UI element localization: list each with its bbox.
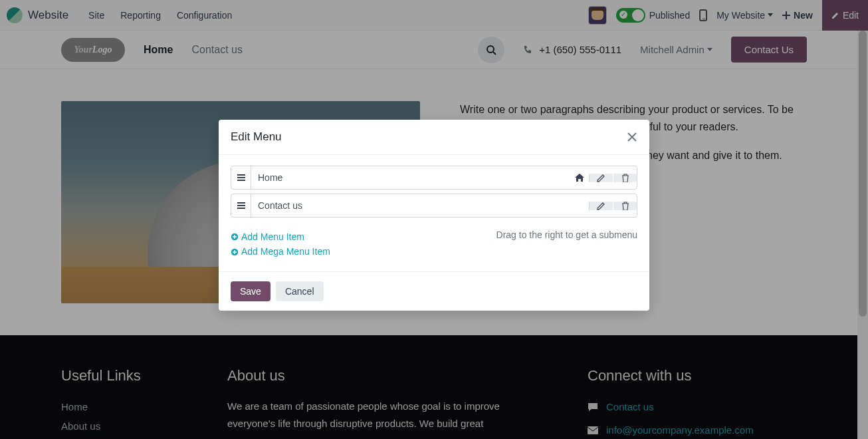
menu-row-home <box>231 166 637 190</box>
dialog-footer: Save Cancel <box>219 271 649 311</box>
menu-item-label-input[interactable] <box>251 166 570 189</box>
trash-icon <box>621 202 629 210</box>
edit-menu-dialog: Edit Menu <box>219 120 649 311</box>
menu-row-contact <box>231 194 637 218</box>
save-button[interactable]: Save <box>231 281 271 301</box>
add-menu-item-link[interactable]: Add Menu Item <box>231 229 330 244</box>
menu-item-label-input[interactable] <box>251 194 589 217</box>
edit-menu-item-button[interactable] <box>589 202 613 210</box>
cancel-button[interactable]: Cancel <box>276 281 324 301</box>
submenu-hint: Drag to the right to get a submenu <box>496 229 637 240</box>
edit-icon <box>597 174 605 182</box>
drag-handle[interactable] <box>231 166 251 189</box>
drag-handle[interactable] <box>231 194 251 217</box>
close-button[interactable] <box>627 132 637 142</box>
delete-menu-item-button[interactable] <box>613 202 637 210</box>
plus-circle-icon <box>231 233 239 241</box>
add-mega-menu-link[interactable]: Add Mega Menu Item <box>231 244 330 259</box>
homepage-indicator <box>570 174 589 182</box>
trash-icon <box>621 174 629 182</box>
dialog-body: Add Menu Item Add Mega Menu Item Drag to… <box>219 155 649 271</box>
close-icon <box>627 132 637 142</box>
edit-menu-item-button[interactable] <box>589 174 613 182</box>
dialog-header: Edit Menu <box>219 120 649 155</box>
modal-overlay: Edit Menu <box>0 0 868 439</box>
edit-icon <box>597 202 605 210</box>
drag-icon <box>237 174 245 181</box>
add-links-row: Add Menu Item Add Mega Menu Item Drag to… <box>231 221 637 269</box>
delete-menu-item-button[interactable] <box>613 174 637 182</box>
plus-circle-icon <box>231 248 239 256</box>
dialog-title: Edit Menu <box>231 130 282 144</box>
drag-icon <box>237 202 245 209</box>
home-icon <box>575 174 584 182</box>
